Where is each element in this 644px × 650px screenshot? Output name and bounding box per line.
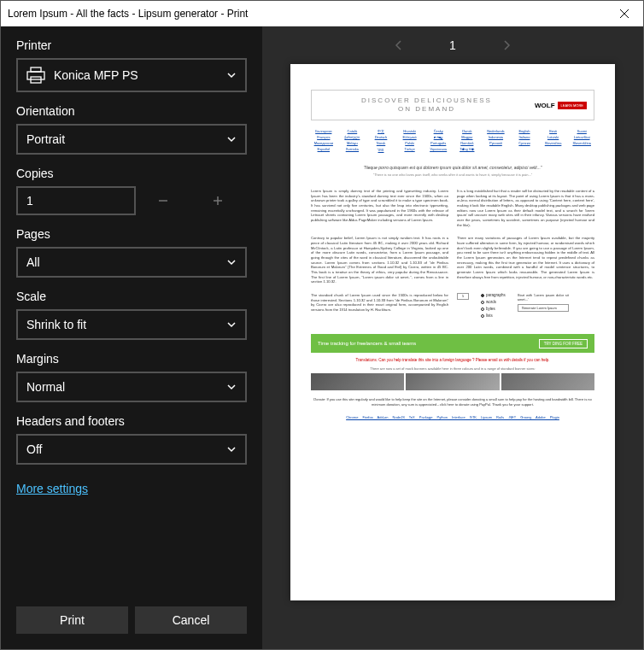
language-link: Italiano [512,135,537,139]
printer-select[interactable]: Konica MFP PS [16,58,247,92]
language-link: Melayu [340,141,366,145]
chevron-down-icon [226,382,237,392]
margins-label: Margins [16,352,247,366]
language-link: Français [311,135,337,139]
copies-label: Copies [16,167,247,180]
count-input: 5 [457,293,469,300]
chevron-down-icon [226,134,237,144]
pages-label: Pages [16,227,247,241]
language-link: Indonesia [483,135,509,139]
language-link: Português [425,141,451,145]
ad-cta: LEARN MORE [558,102,587,109]
language-link: Lietuviškai [569,135,594,139]
language-link: Română [454,141,480,145]
copies-input[interactable] [16,186,136,215]
headers-value: Off [26,442,42,456]
chevron-left-icon [394,39,402,51]
language-link: Magyar [454,135,480,139]
why-use-para: It is a long established fact that a rea… [457,189,594,227]
ad-banner: DISCOVER DELICIOUSNESS ON DEMAND WOLF LE… [311,90,594,120]
language-link: Latviski [541,135,566,139]
language-link: Українська [425,147,451,153]
language-link: Македонски [311,141,337,145]
language-link: ქართული [340,135,366,139]
language-link: Nederlands [483,129,509,133]
generate-button: Generate Lorem Ipsum [518,304,569,312]
more-settings-link[interactable]: More settings [16,482,247,495]
orientation-value: Portrait [26,132,65,146]
chevron-down-icon [226,70,237,80]
svg-rect-0 [31,67,41,72]
title-bar: Lorem Ipsum - All the facts - Lipsum gen… [1,1,643,26]
page-preview: DISCOVER DELICIOUSNESS ON DEMAND WOLF LE… [290,64,615,600]
pages-value: All [26,255,40,269]
printer-value: Konica MFP PS [54,68,138,82]
language-link: Ελληνικά [397,135,423,139]
ad-brand: WOLF [535,102,555,109]
language-link: Català [340,129,366,133]
green-ad-banner: Time tracking for freelancers & small te… [311,334,594,353]
language-link: Svenska [340,147,366,153]
language-link: Türkçe [397,147,423,153]
chevron-right-icon [503,39,512,51]
preview-pane: 1 DISCOVER DELICIOUSNESS ON DEMAND WOLF … [262,26,643,649]
scale-select[interactable]: Shrink to fit [16,309,247,340]
language-link: Česky [425,129,451,133]
copies-increment[interactable] [190,186,245,215]
language-link: Български [311,129,337,133]
page-number: 1 [449,38,456,52]
margins-select[interactable]: Normal [16,372,247,402]
translations-note: Translations: Can you help translate thi… [311,358,594,362]
mock-banners [311,373,594,390]
quote-translation: "There is no one who loves pain itself, … [311,173,594,177]
standard-chunk-para: The standard chunk of Lorem Ipsum used s… [311,293,448,325]
language-link: Español [311,147,337,153]
language-link: Slovenščina [569,141,594,145]
printer-label: Printer [16,38,247,52]
language-link: English [512,129,537,133]
language-link: 中文 [368,129,394,133]
banners-note: There are now a set of mock banners avai… [311,366,594,371]
orientation-select[interactable]: Portrait [16,124,247,155]
margins-value: Normal [26,380,65,394]
scale-label: Scale [16,290,247,303]
language-link: Suomi [569,129,594,133]
pages-select[interactable]: All [16,247,247,278]
chevron-down-icon [226,444,237,454]
ad-text: DISCOVER DELICIOUSNESS ON DEMAND [319,97,535,113]
language-grid: БългарскиCatalà中文HrvatskiČeskyDanskNeder… [311,129,594,153]
donate-text: Donate: If you use this site regularly a… [311,397,594,406]
prev-page-button[interactable] [389,37,407,54]
where-from-para: Contrary to popular belief, Lorem Ipsum … [311,236,448,284]
scale-value: Shrink to fit [26,318,86,331]
orientation-label: Orientation [16,104,247,118]
language-link: Hrvatski [397,129,423,133]
cancel-button[interactable]: Cancel [135,606,247,634]
next-page-button[interactable] [499,37,516,54]
language-link: Norsk [368,141,394,145]
quote: "Neque porro quisquam est qui dolorem ip… [311,165,594,170]
chevron-down-icon [226,257,237,267]
generator-form: 5 paragraphs words bytes lists Start wit… [457,293,594,319]
language-link: Tiếng Việt [454,147,480,153]
headers-select[interactable]: Off [16,434,247,465]
settings-sidebar: Printer Konica MFP PS Orientation Portra… [1,26,262,649]
print-button[interactable]: Print [16,606,128,634]
language-link: Slovenčina [541,141,566,145]
close-icon [620,9,629,18]
language-link: Eesti [541,129,566,133]
language-link: Dansk [454,129,480,133]
plus-icon [212,195,224,207]
what-is-para: Lorem Ipsum is simply dummy text of the … [311,189,448,227]
window-title: Lorem Ipsum - All the facts - Lipsum gen… [1,8,248,20]
svg-rect-1 [27,72,44,79]
where-get-para: There are many variations of passages of… [457,236,594,284]
language-link: ไทย [368,147,394,153]
language-link: עברית [425,135,451,139]
minus-icon [157,195,169,207]
footer-links: Chrome Firefox Add-on NodeJS TeX Package… [311,415,594,419]
language-link: Српски [512,141,537,145]
copies-decrement[interactable] [136,186,190,215]
close-button[interactable] [605,1,643,26]
language-link: Deutsch [368,135,394,139]
